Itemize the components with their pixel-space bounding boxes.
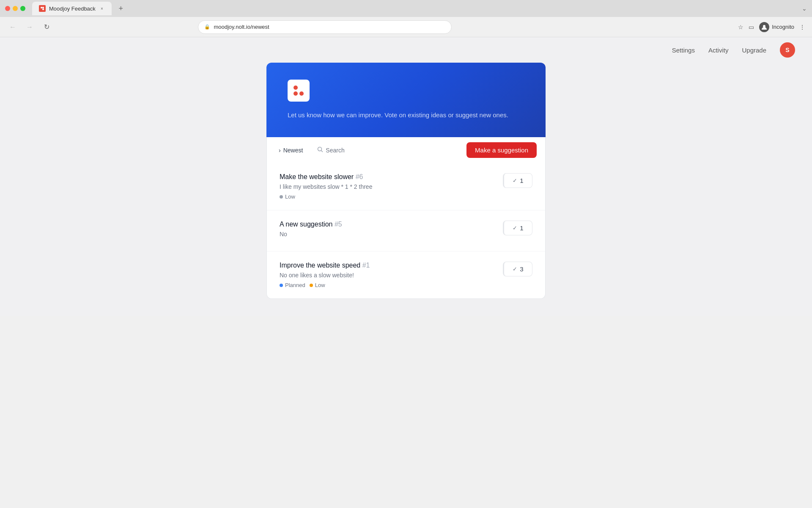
forward-button[interactable]: → <box>24 21 36 33</box>
svg-point-0 <box>41 7 42 8</box>
back-button[interactable]: ← <box>7 21 19 33</box>
hero-banner: Let us know how we can improve. Vote on … <box>266 63 546 137</box>
upgrade-link[interactable]: Upgrade <box>742 47 766 54</box>
suggestion-item: Improve the website speed #1 No one like… <box>267 251 545 298</box>
suggestion-number: #5 <box>335 221 342 228</box>
svg-point-1 <box>42 8 44 10</box>
vote-button[interactable]: ✓ 1 <box>503 221 532 235</box>
suggestion-content: Improve the website speed #1 No one like… <box>280 262 503 288</box>
search-label: Search <box>326 147 344 154</box>
suggestion-title-text[interactable]: Make the website slower <box>280 173 354 180</box>
sort-button[interactable]: › Newest <box>275 144 306 156</box>
search-button[interactable]: Search <box>313 144 348 156</box>
svg-point-2 <box>42 7 44 8</box>
suggestion-content: A new suggestion #5 No <box>280 221 503 241</box>
tab-close-button[interactable]: × <box>99 6 105 11</box>
tag-label: Low <box>315 282 325 288</box>
more-options-icon[interactable]: ⋮ <box>799 24 805 30</box>
hero-description: Let us know how we can improve. Vote on … <box>288 110 524 120</box>
suggestions-list: Make the website slower #6 I like my web… <box>266 163 546 299</box>
svg-point-4 <box>318 147 322 151</box>
suggestion-title-text[interactable]: Improve the website speed <box>280 262 360 269</box>
vote-count: 1 <box>520 177 523 184</box>
suggestion-item: Make the website slower #6 I like my web… <box>267 163 545 210</box>
minimize-traffic-light[interactable] <box>13 6 18 11</box>
close-traffic-light[interactable] <box>5 6 10 11</box>
suggestion-tags: Low <box>280 193 503 200</box>
suggestion-number: #1 <box>362 262 370 269</box>
address-bar: ← → ↻ 🔒 moodjoy.nolt.io/newest ☆ ▭ Incog… <box>0 17 812 37</box>
suggestion-content: Make the website slower #6 I like my web… <box>280 173 503 200</box>
suggestion-title: Make the website slower #6 <box>280 173 503 181</box>
top-nav: Settings Activity Upgrade S <box>0 37 812 63</box>
tabs-expand-button[interactable]: ⌄ <box>802 5 807 12</box>
lock-icon: 🔒 <box>204 24 210 30</box>
vote-check-icon: ✓ <box>513 225 517 231</box>
incognito-avatar <box>759 22 769 32</box>
suggestion-title: A new suggestion #5 <box>280 221 503 228</box>
suggestion-number: #6 <box>356 173 363 180</box>
content-wrapper: Let us know how we can improve. Vote on … <box>266 63 546 299</box>
suggestion-description: No <box>280 231 503 237</box>
tag-dot <box>280 284 283 287</box>
svg-line-5 <box>321 151 323 152</box>
tag-dot <box>310 284 313 287</box>
active-tab[interactable]: Moodjoy Feedback × <box>32 2 112 15</box>
hero-logo <box>288 80 310 102</box>
suggestion-item: A new suggestion #5 No ✓ 1 <box>267 210 545 251</box>
settings-link[interactable]: Settings <box>672 47 695 54</box>
suggestion-title: Improve the website speed #1 <box>280 262 503 269</box>
tab-favicon <box>39 5 46 12</box>
maximize-traffic-light[interactable] <box>20 6 25 11</box>
vote-button[interactable]: ✓ 1 <box>503 173 532 188</box>
tag-label: Low <box>285 193 295 200</box>
logo-dot-2 <box>299 86 304 90</box>
new-tab-button[interactable]: + <box>115 3 127 14</box>
activity-link[interactable]: Activity <box>708 47 729 54</box>
vote-check-icon: ✓ <box>513 266 517 272</box>
sort-chevron-icon: › <box>279 147 281 154</box>
logo-dot-3 <box>294 91 298 96</box>
url-text: moodjoy.nolt.io/newest <box>214 24 269 30</box>
address-bar-actions: ☆ ▭ Incognito ⋮ <box>738 22 805 32</box>
search-icon <box>317 146 323 154</box>
url-bar[interactable]: 🔒 moodjoy.nolt.io/newest <box>198 20 452 34</box>
traffic-lights <box>5 6 25 11</box>
logo-dot-4 <box>299 91 304 96</box>
tag-low: Low <box>280 193 295 200</box>
bookmark-icon[interactable]: ☆ <box>738 24 743 30</box>
vote-check-icon: ✓ <box>513 177 517 184</box>
incognito-label: Incognito <box>772 24 794 30</box>
tab-title: Moodjoy Feedback <box>49 6 96 12</box>
suggestion-title-text[interactable]: A new suggestion <box>280 221 332 228</box>
vote-count: 1 <box>520 224 523 232</box>
sort-label: Newest <box>283 147 303 154</box>
suggestion-description: No one likes a slow website! <box>280 272 503 279</box>
refresh-button[interactable]: ↻ <box>41 21 52 33</box>
incognito-badge: Incognito <box>759 22 794 32</box>
vote-count: 3 <box>520 265 523 273</box>
toolbar: › Newest Search Make a suggestion <box>266 137 546 163</box>
main-container: Let us know how we can improve. Vote on … <box>0 63 812 316</box>
logo-dots <box>293 85 304 97</box>
vote-button[interactable]: ✓ 3 <box>503 262 532 276</box>
browser-titlebar: Moodjoy Feedback × + ⌄ <box>0 0 812 17</box>
tag-planned: Planned <box>280 282 305 288</box>
user-avatar[interactable]: S <box>780 42 795 58</box>
tag-low: Low <box>310 282 325 288</box>
page-content: Settings Activity Upgrade S Let us know … <box>0 37 812 316</box>
sidebar-icon[interactable]: ▭ <box>749 24 754 30</box>
suggestion-description: I like my websites slow * 1 * 2 three <box>280 183 503 190</box>
tag-dot <box>280 195 283 199</box>
suggestion-tags: Planned Low <box>280 282 503 288</box>
logo-dot-1 <box>294 86 298 90</box>
make-suggestion-button[interactable]: Make a suggestion <box>466 142 537 158</box>
tag-label: Planned <box>285 282 305 288</box>
